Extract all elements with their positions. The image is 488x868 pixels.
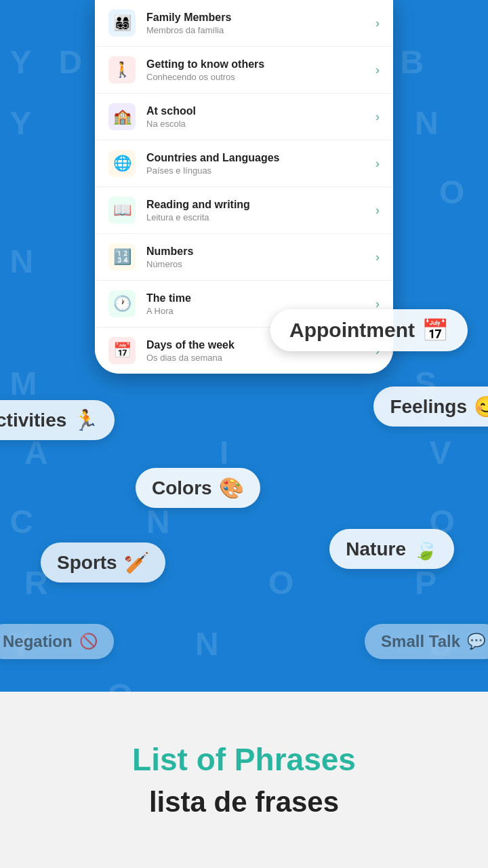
list-item-getting-to-know[interactable]: 🚶 Getting to know others Conhecendo os o… <box>95 47 393 94</box>
getting-to-know-chevron: › <box>375 63 380 77</box>
appointment-icon: 📅 <box>422 317 449 343</box>
at-school-subtitle: Na escola <box>146 119 375 129</box>
negation-icon: 🚫 <box>79 633 98 650</box>
nature-icon: 🍃 <box>413 537 438 561</box>
feelings-icon: 😊 <box>474 395 488 418</box>
at-school-title: At school <box>146 105 375 117</box>
list-item-numbers[interactable]: 🔢 Numbers Números › <box>95 234 393 281</box>
floating-pills-area: ctivities 🏃 Feelings 😊 Colors 🎨 Sports 🏏… <box>0 380 488 705</box>
small-talk-label: Small Talk <box>381 632 460 651</box>
numbers-chevron: › <box>375 250 380 264</box>
list-item-countries-languages[interactable]: 🌐 Countries and Languages Países e língu… <box>95 140 393 187</box>
countries-languages-chevron: › <box>375 157 380 171</box>
nature-label: Nature <box>346 538 406 560</box>
colors-label: Colors <box>152 477 212 499</box>
small-talk-icon: 💬 <box>467 633 485 650</box>
nature-pill[interactable]: Nature 🍃 <box>329 529 454 569</box>
days-of-week-icon: 📅 <box>108 337 136 364</box>
list-item-family-members[interactable]: 👨‍👩‍👧‍👦 Family Members Membros da famíli… <box>95 0 393 47</box>
at-school-icon: 🏫 <box>108 103 136 130</box>
reading-writing-title: Reading and writing <box>146 199 375 211</box>
at-school-chevron: › <box>375 110 380 124</box>
getting-to-know-title: Getting to know others <box>146 58 375 71</box>
days-of-week-subtitle: Os dias da semana <box>146 353 375 363</box>
the-time-icon: 🕐 <box>108 290 136 317</box>
appointment-label: Appointment <box>289 319 415 342</box>
numbers-text: Numbers Números <box>146 245 375 269</box>
bottom-section: List of Phrases lista de frases <box>0 692 488 868</box>
reading-writing-text: Reading and writing Leitura e escrita <box>146 199 375 222</box>
reading-writing-icon: 📖 <box>108 197 136 224</box>
negation-label: Negation <box>3 632 73 651</box>
small-talk-pill[interactable]: Small Talk 💬 <box>365 624 488 659</box>
list-item-reading-writing[interactable]: 📖 Reading and writing Leitura e escrita … <box>95 187 393 234</box>
sports-label: Sports <box>57 552 117 574</box>
feelings-pill[interactable]: Feelings 😊 <box>373 387 488 427</box>
family-members-subtitle: Membros da família <box>146 25 375 35</box>
getting-to-know-icon: 🚶 <box>108 56 136 83</box>
the-time-title: The time <box>146 292 375 304</box>
numbers-icon: 🔢 <box>108 243 136 271</box>
activities-pill[interactable]: ctivities 🏃 <box>0 400 115 440</box>
family-members-title: Family Members <box>146 12 375 24</box>
colors-pill[interactable]: Colors 🎨 <box>136 468 260 508</box>
at-school-text: At school Na escola <box>146 105 375 129</box>
activities-label: ctivities <box>0 410 66 431</box>
activities-icon: 🏃 <box>73 408 98 432</box>
negation-pill[interactable]: Negation 🚫 <box>0 624 114 659</box>
bottom-title: List of Phrases <box>132 741 356 778</box>
numbers-subtitle: Números <box>146 259 375 269</box>
countries-languages-icon: 🌐 <box>108 150 136 177</box>
family-members-icon: 👨‍👩‍👧‍👦 <box>108 9 136 37</box>
numbers-title: Numbers <box>146 245 375 258</box>
feelings-label: Feelings <box>390 396 467 418</box>
sports-icon: 🏏 <box>124 551 149 574</box>
getting-to-know-subtitle: Conhecendo os outros <box>146 72 375 82</box>
family-members-text: Family Members Membros da família <box>146 12 375 35</box>
countries-languages-text: Countries and Languages Países e línguas <box>146 152 375 176</box>
bottom-subtitle: lista de frases <box>149 786 339 818</box>
countries-languages-title: Countries and Languages <box>146 152 375 164</box>
countries-languages-subtitle: Países e línguas <box>146 165 375 176</box>
appointment-pill[interactable]: Appointment 📅 <box>270 309 468 351</box>
reading-writing-chevron: › <box>375 203 380 218</box>
family-members-chevron: › <box>375 16 380 31</box>
getting-to-know-text: Getting to know others Conhecendo os out… <box>146 58 375 82</box>
colors-icon: 🎨 <box>219 476 244 500</box>
list-item-at-school[interactable]: 🏫 At school Na escola › <box>95 94 393 140</box>
sports-pill[interactable]: Sports 🏏 <box>41 542 165 583</box>
reading-writing-subtitle: Leitura e escrita <box>146 212 375 222</box>
